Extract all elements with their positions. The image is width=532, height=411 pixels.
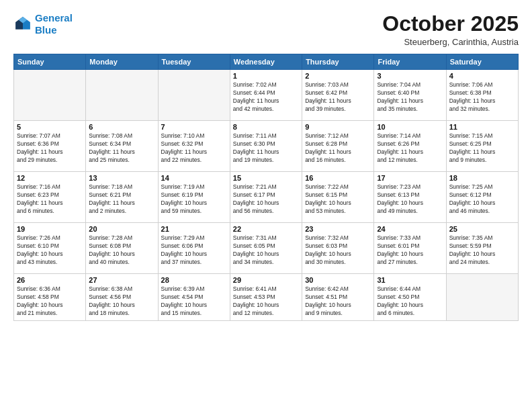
day-info: Sunrise: 7:12 AMSunset: 6:28 PMDaylight:… <box>305 132 371 165</box>
day-cell-4-1: 19Sunrise: 7:26 AMSunset: 6:10 PMDayligh… <box>14 223 86 274</box>
day-info: Sunrise: 7:07 AMSunset: 6:36 PMDaylight:… <box>17 132 83 165</box>
day-number: 7 <box>161 123 227 131</box>
day-number: 12 <box>17 174 83 182</box>
day-number: 31 <box>377 276 443 284</box>
weekday-header-row: Sunday Monday Tuesday Wednesday Thursday… <box>14 54 519 70</box>
day-number: 8 <box>233 123 299 131</box>
week-row-3: 12Sunrise: 7:16 AMSunset: 6:23 PMDayligh… <box>14 172 519 223</box>
day-number: 22 <box>233 225 299 233</box>
title-block: October 2025 Steuerberg, Carinthia, Aust… <box>382 12 519 47</box>
header-monday: Monday <box>86 54 158 70</box>
day-cell-1-5: 2Sunrise: 7:03 AMSunset: 6:42 PMDaylight… <box>302 70 374 121</box>
day-info: Sunrise: 7:08 AMSunset: 6:34 PMDaylight:… <box>89 132 154 165</box>
logo-line2: Blue <box>35 24 57 36</box>
day-cell-3-4: 15Sunrise: 7:21 AMSunset: 6:17 PMDayligh… <box>230 172 302 223</box>
week-row-1: 1Sunrise: 7:02 AMSunset: 6:44 PMDaylight… <box>14 70 519 121</box>
day-number: 29 <box>233 276 299 284</box>
day-cell-1-2 <box>86 70 158 121</box>
day-cell-5-2: 27Sunrise: 6:38 AMSunset: 4:56 PMDayligh… <box>86 274 158 321</box>
day-number: 13 <box>89 174 154 182</box>
day-number: 27 <box>89 276 154 284</box>
day-info: Sunrise: 7:22 AMSunset: 6:15 PMDaylight:… <box>305 183 371 216</box>
day-info: Sunrise: 7:28 AMSunset: 6:08 PMDaylight:… <box>89 234 154 267</box>
day-number: 6 <box>89 123 154 131</box>
day-cell-1-4: 1Sunrise: 7:02 AMSunset: 6:44 PMDaylight… <box>230 70 302 121</box>
day-info: Sunrise: 7:26 AMSunset: 6:10 PMDaylight:… <box>17 234 83 267</box>
day-cell-2-6: 10Sunrise: 7:14 AMSunset: 6:26 PMDayligh… <box>374 121 446 172</box>
day-number: 30 <box>305 276 371 284</box>
day-info: Sunrise: 6:38 AMSunset: 4:56 PMDaylight:… <box>89 285 154 318</box>
day-cell-1-1 <box>14 70 86 121</box>
day-info: Sunrise: 7:32 AMSunset: 6:03 PMDaylight:… <box>305 234 371 267</box>
day-number: 23 <box>305 225 371 233</box>
day-info: Sunrise: 7:10 AMSunset: 6:32 PMDaylight:… <box>161 132 227 165</box>
day-number: 5 <box>17 123 83 131</box>
day-number: 2 <box>305 72 371 80</box>
day-info: Sunrise: 6:41 AMSunset: 4:53 PMDaylight:… <box>233 285 299 318</box>
day-info: Sunrise: 7:18 AMSunset: 6:21 PMDaylight:… <box>89 183 154 216</box>
day-cell-1-3 <box>158 70 230 121</box>
day-number: 14 <box>161 174 227 182</box>
day-cell-4-4: 22Sunrise: 7:31 AMSunset: 6:05 PMDayligh… <box>230 223 302 274</box>
day-number: 17 <box>377 174 443 182</box>
day-number: 16 <box>305 174 371 182</box>
day-info: Sunrise: 7:33 AMSunset: 6:01 PMDaylight:… <box>377 234 443 267</box>
header-thursday: Thursday <box>302 54 374 70</box>
day-info: Sunrise: 7:03 AMSunset: 6:42 PMDaylight:… <box>305 81 371 113</box>
day-cell-2-1: 5Sunrise: 7:07 AMSunset: 6:36 PMDaylight… <box>14 121 86 172</box>
day-info: Sunrise: 7:19 AMSunset: 6:19 PMDaylight:… <box>161 183 227 216</box>
day-info: Sunrise: 7:02 AMSunset: 6:44 PMDaylight:… <box>233 81 299 113</box>
day-info: Sunrise: 7:35 AMSunset: 5:59 PMDaylight:… <box>449 234 515 267</box>
day-info: Sunrise: 7:29 AMSunset: 6:06 PMDaylight:… <box>161 234 227 267</box>
day-cell-4-5: 23Sunrise: 7:32 AMSunset: 6:03 PMDayligh… <box>302 223 374 274</box>
month-title: October 2025 <box>382 12 519 36</box>
logo-text: General Blue <box>35 12 73 36</box>
day-info: Sunrise: 7:25 AMSunset: 6:12 PMDaylight:… <box>449 183 515 216</box>
day-cell-3-2: 13Sunrise: 7:18 AMSunset: 6:21 PMDayligh… <box>86 172 158 223</box>
day-cell-3-5: 16Sunrise: 7:22 AMSunset: 6:15 PMDayligh… <box>302 172 374 223</box>
day-cell-5-3: 28Sunrise: 6:39 AMSunset: 4:54 PMDayligh… <box>158 274 230 321</box>
day-number: 10 <box>377 123 443 131</box>
day-cell-3-6: 17Sunrise: 7:23 AMSunset: 6:13 PMDayligh… <box>374 172 446 223</box>
day-number: 24 <box>377 225 443 233</box>
day-cell-1-6: 3Sunrise: 7:04 AMSunset: 6:40 PMDaylight… <box>374 70 446 121</box>
day-number: 15 <box>233 174 299 182</box>
day-cell-2-3: 7Sunrise: 7:10 AMSunset: 6:32 PMDaylight… <box>158 121 230 172</box>
day-number: 4 <box>449 72 515 80</box>
day-info: Sunrise: 7:23 AMSunset: 6:13 PMDaylight:… <box>377 183 443 216</box>
day-info: Sunrise: 7:14 AMSunset: 6:26 PMDaylight:… <box>377 132 443 165</box>
week-row-4: 19Sunrise: 7:26 AMSunset: 6:10 PMDayligh… <box>14 223 519 274</box>
day-cell-2-2: 6Sunrise: 7:08 AMSunset: 6:34 PMDaylight… <box>86 121 158 172</box>
day-cell-4-3: 21Sunrise: 7:29 AMSunset: 6:06 PMDayligh… <box>158 223 230 274</box>
logo-line1: General <box>35 12 73 24</box>
day-cell-2-7: 11Sunrise: 7:15 AMSunset: 6:25 PMDayligh… <box>446 121 518 172</box>
week-row-2: 5Sunrise: 7:07 AMSunset: 6:36 PMDaylight… <box>14 121 519 172</box>
day-number: 26 <box>17 276 83 284</box>
subtitle: Steuerberg, Carinthia, Austria <box>382 37 519 47</box>
day-number: 11 <box>449 123 515 131</box>
page: General Blue October 2025 Steuerberg, Ca… <box>0 0 532 411</box>
day-cell-5-4: 29Sunrise: 6:41 AMSunset: 4:53 PMDayligh… <box>230 274 302 321</box>
day-cell-3-7: 18Sunrise: 7:25 AMSunset: 6:12 PMDayligh… <box>446 172 518 223</box>
day-info: Sunrise: 6:42 AMSunset: 4:51 PMDaylight:… <box>305 285 371 318</box>
day-number: 20 <box>89 225 154 233</box>
day-info: Sunrise: 7:06 AMSunset: 6:38 PMDaylight:… <box>449 81 515 113</box>
day-number: 9 <box>305 123 371 131</box>
day-info: Sunrise: 7:21 AMSunset: 6:17 PMDaylight:… <box>233 183 299 216</box>
day-cell-3-3: 14Sunrise: 7:19 AMSunset: 6:19 PMDayligh… <box>158 172 230 223</box>
day-cell-5-6: 31Sunrise: 6:44 AMSunset: 4:50 PMDayligh… <box>374 274 446 321</box>
day-cell-1-7: 4Sunrise: 7:06 AMSunset: 6:38 PMDaylight… <box>446 70 518 121</box>
day-info: Sunrise: 6:44 AMSunset: 4:50 PMDaylight:… <box>377 285 443 318</box>
day-info: Sunrise: 7:15 AMSunset: 6:25 PMDaylight:… <box>449 132 515 165</box>
day-cell-5-5: 30Sunrise: 6:42 AMSunset: 4:51 PMDayligh… <box>302 274 374 321</box>
header-friday: Friday <box>374 54 446 70</box>
day-info: Sunrise: 6:36 AMSunset: 4:58 PMDaylight:… <box>17 285 83 318</box>
day-number: 19 <box>17 225 83 233</box>
day-number: 21 <box>161 225 227 233</box>
header-wednesday: Wednesday <box>230 54 302 70</box>
day-number: 25 <box>449 225 515 233</box>
day-info: Sunrise: 7:31 AMSunset: 6:05 PMDaylight:… <box>233 234 299 267</box>
day-number: 1 <box>233 72 299 80</box>
header-sunday: Sunday <box>14 54 86 70</box>
day-cell-4-6: 24Sunrise: 7:33 AMSunset: 6:01 PMDayligh… <box>374 223 446 274</box>
